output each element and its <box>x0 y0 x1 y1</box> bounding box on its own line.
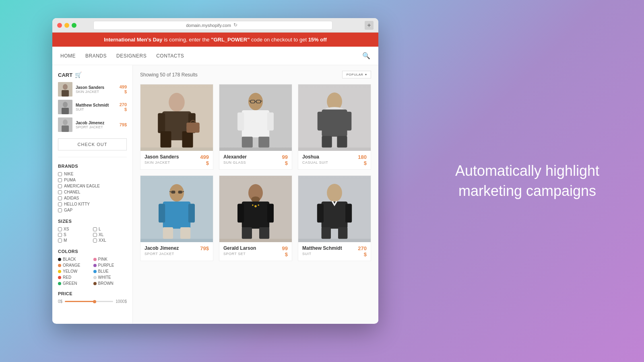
brands-title: BRANDS <box>58 164 127 169</box>
brand-adidas-checkbox[interactable] <box>58 196 62 200</box>
close-button[interactable] <box>57 23 62 28</box>
cart-item-thumb <box>58 82 72 97</box>
product-info: Alexander SUN GLASS 99$ <box>219 151 292 169</box>
brand-chanel-checkbox[interactable] <box>58 190 62 194</box>
color-dot <box>58 270 61 273</box>
product-price: 499$ <box>200 154 209 166</box>
svg-rect-22 <box>267 112 274 130</box>
colors-filter: COLORS BLACK PINK ORANGE PURPLE YELOW BL… <box>58 249 127 286</box>
svg-rect-64 <box>345 204 352 222</box>
brand-item: PUMA <box>58 178 127 182</box>
size-s-checkbox[interactable] <box>58 233 62 237</box>
svg-rect-47 <box>163 227 173 239</box>
product-card[interactable]: Jason Sanders SKIN JACKET 499$ <box>140 84 213 170</box>
product-card[interactable]: Gerald Larson SPORT SET 99$ <box>219 175 292 261</box>
nav-links: HOME BRANDS DESIGNERS CONTACTS <box>60 53 362 59</box>
svg-rect-2 <box>62 90 69 97</box>
size-xs-checkbox[interactable] <box>58 227 62 231</box>
color-item: PURPLE <box>93 263 127 267</box>
size-item: XXL <box>93 238 127 243</box>
product-category: CASUAL SUIT <box>302 160 328 165</box>
promo-code: "GRL_POWER" <box>211 37 250 43</box>
cart-item-info: Matthew Schmidt SUIT <box>76 103 116 111</box>
promo-text-after: code on checkout to get <box>250 37 308 43</box>
color-dot <box>93 276 97 279</box>
brand-hk-checkbox[interactable] <box>58 202 62 206</box>
cart-item: Matthew Schmidt SUIT 270$ <box>58 100 127 114</box>
product-card[interactable]: Joshua CASUAL SUIT 180$ <box>298 84 371 170</box>
size-m-checkbox[interactable] <box>58 239 62 243</box>
product-name: Jacob Jimenez <box>144 245 179 251</box>
product-image <box>140 176 213 242</box>
size-item: S <box>58 232 92 237</box>
headline-line1: Automatically highlight <box>455 162 599 179</box>
reload-icon[interactable]: ↻ <box>233 22 240 29</box>
product-image <box>219 84 292 151</box>
cart-item-name: Jacob Jimenez <box>76 121 116 125</box>
svg-rect-5 <box>62 108 69 114</box>
minimize-button[interactable] <box>64 23 69 28</box>
brand-gap-checkbox[interactable] <box>58 208 62 212</box>
size-l-checkbox[interactable] <box>93 227 97 231</box>
color-dot <box>93 264 97 267</box>
product-image <box>298 176 371 242</box>
right-panel-text: Automatically highlight marketing campai… <box>451 161 604 202</box>
url-bar[interactable]: domain.myshopify.com ↻ <box>93 21 332 30</box>
price-filter: PRICE 0$ 1000$ <box>58 291 127 304</box>
brand-ae-checkbox[interactable] <box>58 184 62 188</box>
product-card[interactable]: Alexander SUN GLASS 99$ <box>219 84 292 170</box>
product-name: Jason Sanders <box>144 154 179 160</box>
brand-label: NIKE <box>64 172 73 176</box>
checkout-button[interactable]: CHECK OUT <box>58 138 127 150</box>
promo-brand: International Men's Day <box>104 37 162 43</box>
cart-icon: 🛒 <box>75 72 82 78</box>
color-dot <box>58 258 61 261</box>
product-image <box>219 176 292 242</box>
svg-point-51 <box>251 196 260 202</box>
sort-dropdown[interactable]: POPULAR ▾ <box>342 71 371 78</box>
svg-rect-36 <box>322 136 332 148</box>
cart-item-category: SPORT JACKET <box>76 125 116 129</box>
price-slider-thumb[interactable] <box>93 300 96 303</box>
svg-rect-66 <box>338 227 347 239</box>
size-xxl-checkbox[interactable] <box>93 239 97 243</box>
product-price: 270$ <box>358 245 367 257</box>
brand-label: PUMA <box>64 178 76 182</box>
cart-item-category: SKIN JACKET <box>76 90 116 94</box>
search-icon[interactable]: 🔍 <box>362 52 370 60</box>
svg-point-7 <box>63 119 68 125</box>
product-name: Alexander <box>223 154 247 160</box>
price-slider[interactable] <box>65 301 113 302</box>
svg-rect-14 <box>161 131 171 148</box>
price-max: 1000$ <box>116 299 127 304</box>
brand-puma-checkbox[interactable] <box>58 178 62 182</box>
new-tab-button[interactable]: + <box>365 21 374 30</box>
color-dot <box>58 264 61 267</box>
color-item: BLACK <box>58 257 92 261</box>
svg-rect-37 <box>337 136 347 148</box>
maximize-button[interactable] <box>72 23 76 28</box>
svg-rect-33 <box>322 109 347 137</box>
color-item: BROWN <box>93 281 127 286</box>
svg-rect-35 <box>345 112 351 131</box>
product-category: SPORT JACKET <box>144 252 179 256</box>
product-card[interactable]: Jacob Jimenez SPORT JACKET 79$ <box>140 175 213 261</box>
product-area: Showing 50 of 178 Results POPULAR ▾ <box>133 65 378 323</box>
product-card[interactable]: Matthew Schmidt SUIT 270$ <box>298 175 371 261</box>
cart-item: Jason Sanders SKIN JACKET 499$ <box>58 82 127 97</box>
product-price: 99$ <box>282 245 288 257</box>
product-details: Joshua CASUAL SUIT <box>302 154 328 165</box>
color-dot <box>58 276 61 279</box>
size-xl-checkbox[interactable] <box>93 233 97 237</box>
brand-item: NIKE <box>58 172 127 176</box>
nav-designers[interactable]: DESIGNERS <box>116 53 147 59</box>
size-item: XS <box>58 227 92 231</box>
cart-item-thumb <box>58 100 72 114</box>
results-count: Showing 50 of 178 Results <box>140 72 198 78</box>
nav-brands[interactable]: BRANDS <box>85 53 107 59</box>
url-text: domain.myshopify.com <box>186 23 231 28</box>
svg-rect-20 <box>242 110 269 138</box>
nav-contacts[interactable]: CONTACTS <box>156 53 184 59</box>
brand-nike-checkbox[interactable] <box>58 172 62 176</box>
nav-home[interactable]: HOME <box>60 53 76 59</box>
